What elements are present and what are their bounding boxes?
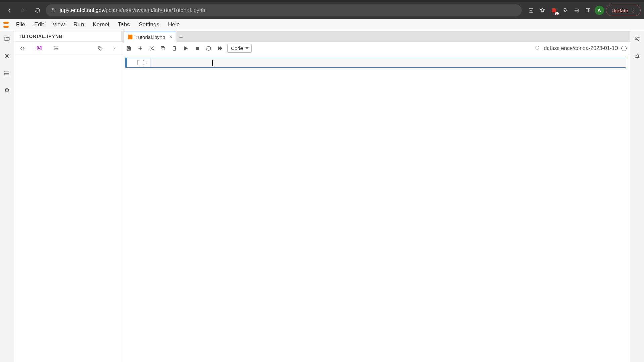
svg-rect-14	[173, 46, 176, 50]
tab-tutorial-ipynb[interactable]: Tutorial.ipynb ×	[124, 32, 176, 42]
document-tab-bar: Tutorial.ipynb × ＋	[121, 31, 630, 42]
jupyter-body: TUTORIAL.IPYNB M Tutorial.ipynb ×	[0, 31, 644, 362]
activity-bar-right	[630, 31, 644, 362]
notebook-toolbar: Code datascience/conda-2023-01-10	[121, 42, 630, 54]
debugger-icon[interactable]	[633, 52, 642, 60]
install-icon[interactable]	[526, 6, 536, 15]
lock-icon	[50, 7, 56, 14]
panel-header: TUTORIAL.IPYNB	[14, 31, 121, 42]
kernel-status-icon	[534, 45, 540, 52]
text-caret-icon	[212, 60, 213, 66]
url-host: jupyter.alcf.anl.gov	[60, 7, 104, 13]
address-bar[interactable]: jupyter.alcf.anl.gov/polaris/user/avasan…	[46, 4, 522, 16]
caret-down-icon[interactable]	[112, 44, 117, 53]
svg-point-6	[4, 72, 5, 72]
menu-file[interactable]: File	[12, 19, 29, 30]
browser-toolbar: jupyter.alcf.anl.gov/polaris/user/avasan…	[0, 2, 644, 19]
run-button[interactable]	[182, 44, 190, 52]
extension-badge-icon[interactable]: 1	[549, 6, 558, 15]
cell-type-value: Code	[231, 45, 243, 51]
code-cell[interactable]: [ ]:	[125, 58, 626, 68]
toc-icon[interactable]	[3, 69, 11, 78]
menu-kernel[interactable]: Kernel	[89, 19, 113, 30]
tab-add-button[interactable]: ＋	[176, 32, 186, 42]
menu-run[interactable]: Run	[69, 19, 88, 30]
menu-settings[interactable]: Settings	[135, 19, 163, 30]
svg-point-21	[636, 55, 639, 58]
update-button[interactable]: Update ⋮	[606, 5, 641, 16]
jupyter-menubar: File Edit View Run Kernel Tabs Settings …	[0, 19, 644, 31]
extensions-icon[interactable]	[560, 6, 570, 15]
paste-button[interactable]	[170, 44, 178, 52]
sidepanel-icon[interactable]	[583, 6, 593, 15]
kebab-icon: ⋮	[631, 7, 636, 13]
nav-back-button[interactable]	[3, 4, 15, 16]
extensions-panel-icon[interactable]	[3, 86, 11, 95]
markdown-cell-icon[interactable]: M	[35, 44, 44, 53]
svg-point-7	[4, 73, 5, 74]
tab-close-button[interactable]: ×	[169, 34, 172, 40]
svg-point-9	[99, 47, 99, 48]
left-panel: TUTORIAL.IPYNB M	[14, 31, 121, 362]
url-path: /polaris/user/avasan/lab/tree/Tutorial.i…	[104, 7, 205, 13]
restart-run-all-button[interactable]	[216, 44, 224, 52]
svg-rect-3	[586, 9, 590, 12]
tab-title: Tutorial.ipynb	[135, 34, 165, 40]
svg-rect-10	[128, 48, 130, 50]
cut-button[interactable]	[148, 44, 156, 52]
svg-rect-2	[552, 9, 555, 12]
browser-right-controls: 1 A Update ⋮	[524, 5, 641, 16]
kernel-name[interactable]: datascience/conda-2023-01-10	[544, 45, 618, 51]
kernel-indicator-icon[interactable]	[621, 46, 627, 51]
notebook-icon	[128, 35, 132, 39]
cell-type-select[interactable]: Code	[227, 44, 252, 53]
bookmark-star-icon[interactable]	[538, 6, 547, 15]
property-inspector-icon[interactable]	[633, 34, 642, 43]
profile-avatar[interactable]: A	[595, 6, 604, 15]
svg-rect-5	[6, 55, 8, 57]
insert-cell-button[interactable]	[136, 44, 144, 52]
menu-view[interactable]: View	[49, 19, 69, 30]
svg-rect-0	[52, 10, 55, 12]
svg-point-8	[4, 75, 5, 75]
menu-tabs[interactable]: Tabs	[114, 19, 134, 30]
notebook-area[interactable]: [ ]:	[121, 54, 630, 362]
svg-rect-13	[162, 47, 165, 50]
nav-forward-button[interactable]	[17, 4, 30, 16]
nav-reload-button[interactable]	[32, 4, 44, 16]
svg-rect-16	[196, 47, 199, 50]
menu-edit[interactable]: Edit	[30, 19, 48, 30]
interrupt-button[interactable]	[193, 44, 201, 52]
panel-body	[14, 55, 121, 362]
activity-bar-left	[0, 31, 14, 362]
running-sessions-icon[interactable]	[3, 52, 11, 60]
copy-button[interactable]	[159, 44, 167, 52]
panel-toolbar: M	[14, 42, 121, 55]
cell-prompt: [ ]:	[127, 58, 150, 67]
reading-list-icon[interactable]	[572, 6, 581, 15]
update-button-label: Update	[612, 8, 628, 13]
code-input[interactable]	[150, 58, 626, 67]
numbered-list-icon[interactable]	[52, 44, 60, 53]
tag-icon[interactable]	[96, 44, 104, 53]
file-browser-icon[interactable]	[3, 34, 11, 43]
main-area: Tutorial.ipynb × ＋	[121, 31, 630, 362]
restart-button[interactable]	[205, 44, 213, 52]
jupyter-logo-icon[interactable]	[0, 19, 12, 31]
menu-help[interactable]: Help	[164, 19, 184, 30]
code-cell-icon[interactable]	[18, 44, 27, 53]
save-button[interactable]	[125, 44, 133, 52]
